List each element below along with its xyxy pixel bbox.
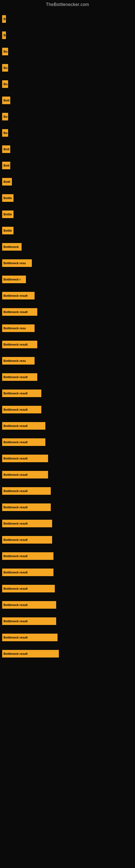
bar-label: Bott <box>2 97 10 104</box>
bar-label: Bottleneck result <box>2 601 56 609</box>
bar-label: Bottleneck resu <box>2 259 32 267</box>
bar-row: Bottle <box>0 206 135 222</box>
bar-label: Bo <box>2 129 8 137</box>
bar-label: Bottleneck result <box>2 552 53 560</box>
bar-row: Bottleneck resu <box>0 352 135 369</box>
bar-row: Bo <box>0 76 135 92</box>
bar-label: Bottl <box>2 178 12 186</box>
bar-row: Bott <box>0 141 135 157</box>
bar-row: Bo <box>0 125 135 141</box>
bar-label: Bottleneck result <box>2 536 52 544</box>
bar-row: Bottleneck result <box>0 287 135 304</box>
bar-label: Bottleneck result <box>2 617 56 625</box>
bars-container: BBBoBoBoBottBoBoBottBottBottlBottleBottl… <box>0 8 135 662</box>
bar-row: Bo <box>0 108 135 125</box>
bar-label: Bo <box>2 64 8 72</box>
bar-row: Bo <box>0 43 135 60</box>
bar-row: Bottleneck result <box>0 629 135 646</box>
bar-row: Bottleneck result <box>0 467 135 483</box>
bar-row: Bottleneck result <box>0 304 135 320</box>
bar-label: Bottleneck result <box>2 390 41 397</box>
bar-label: Bottleneck result <box>2 503 51 511</box>
bar-row: Bottleneck result <box>0 564 135 581</box>
bar-row: Bott <box>0 92 135 108</box>
bar-row: Bottleneck result <box>0 336 135 352</box>
bar-label: Bottleneck result <box>2 422 45 430</box>
bar-label: Bottle <box>2 227 13 235</box>
bar-row: Bottleneck result <box>0 401 135 418</box>
bar-label: Bott <box>2 162 10 169</box>
bar-label: Bo <box>2 113 8 120</box>
bar-label: Bottleneck r <box>2 276 26 283</box>
site-title: TheBottlenecker.com <box>0 0 135 8</box>
bar-label: Bottleneck <box>2 243 21 251</box>
bar-label: Bottleneck result <box>2 455 48 462</box>
bar-label: Bottleneck result <box>2 308 37 316</box>
bar-label: B <box>2 31 6 39</box>
bar-label: Bottleneck result <box>2 373 37 381</box>
bar-label: Bottleneck result <box>2 650 59 657</box>
bar-row: Bottleneck result <box>0 597 135 613</box>
bar-row: Bottleneck <box>0 239 135 255</box>
bar-row: Bottleneck result <box>0 434 135 450</box>
bar-label: Bottle <box>2 194 13 202</box>
bar-row: Bottle <box>0 222 135 239</box>
bar-row: Bottleneck result <box>0 499 135 516</box>
bar-row: Bottleneck result <box>0 581 135 597</box>
bar-label: Bottleneck result <box>2 341 37 348</box>
bar-row: Bottl <box>0 174 135 190</box>
bar-label: Bottleneck resu <box>2 324 35 332</box>
bar-row: Bottleneck r <box>0 271 135 287</box>
bar-label: Bottleneck result <box>2 406 41 413</box>
bar-label: Bo <box>2 48 8 55</box>
bar-row: B <box>0 27 135 43</box>
bar-row: Bottleneck resu <box>0 320 135 336</box>
bar-row: Bottleneck result <box>0 483 135 499</box>
bar-row: B <box>0 11 135 27</box>
bar-label: B <box>2 15 6 23</box>
bar-label: Bottleneck result <box>2 292 35 300</box>
bar-row: Bo <box>0 60 135 76</box>
bar-label: Bottleneck result <box>2 585 55 592</box>
bar-label: Bottleneck result <box>2 487 51 495</box>
bar-row: Bottleneck result <box>0 418 135 434</box>
bar-label: Bottleneck result <box>2 520 52 527</box>
bar-row: Bottleneck resu <box>0 255 135 271</box>
bar-row: Bottleneck result <box>0 516 135 532</box>
bar-row: Bottleneck result <box>0 548 135 564</box>
bar-row: Bottleneck result <box>0 369 135 385</box>
bar-row: Bottleneck result <box>0 613 135 629</box>
bar-label: Bottleneck result <box>2 633 57 641</box>
bar-label: Bo <box>2 80 8 88</box>
bar-row: Bottle <box>0 190 135 206</box>
bar-label: Bottleneck result <box>2 471 48 478</box>
bar-row: Bottleneck result <box>0 385 135 401</box>
bar-label: Bottleneck result <box>2 568 53 576</box>
bar-row: Bott <box>0 157 135 174</box>
bar-label: Bottleneck result <box>2 438 45 446</box>
bar-label: Bottleneck resu <box>2 357 35 365</box>
bar-row: Bottleneck result <box>0 646 135 662</box>
bar-row: Bottleneck result <box>0 532 135 548</box>
bar-label: Bott <box>2 145 10 153</box>
bar-label: Bottle <box>2 211 13 218</box>
bar-row: Bottleneck result <box>0 450 135 467</box>
